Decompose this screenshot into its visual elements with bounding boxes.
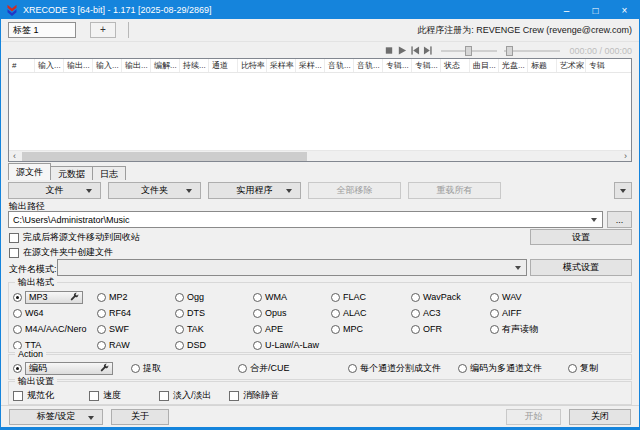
format-option-rf64[interactable]: RF64 bbox=[97, 305, 175, 321]
column-header-20[interactable]: 专辑 bbox=[586, 59, 631, 72]
seek-thumb[interactable] bbox=[465, 46, 472, 56]
add-tab-button[interactable]: + bbox=[90, 22, 116, 38]
column-header-18[interactable]: 标题 bbox=[528, 59, 557, 72]
output-path-combobox[interactable]: C:\Users\Administrator\Music bbox=[8, 211, 603, 228]
format-option-ac3[interactable]: AC3 bbox=[411, 305, 490, 321]
setting-label: 淡入/淡出 bbox=[173, 389, 212, 402]
browse-button[interactable]: ... bbox=[607, 211, 632, 228]
create-in-source-checkbox[interactable]: 在源文件夹中创建文件 bbox=[9, 246, 113, 259]
maximize-button[interactable]: □ bbox=[581, 1, 610, 19]
format-option-u-law-a-law[interactable]: U-Law/A-Law bbox=[253, 337, 331, 353]
skip-back-button[interactable] bbox=[408, 45, 421, 57]
action-option-合并-cue[interactable]: 合并/CUE bbox=[238, 362, 348, 375]
action-group: Action 编码提取合并/CUE每个通道分割成文件编码为多通道文件复制 bbox=[8, 354, 632, 380]
format-option-ofr[interactable]: OFR bbox=[411, 321, 490, 337]
format-option-raw[interactable]: RAW bbox=[97, 337, 175, 353]
play-button[interactable] bbox=[395, 45, 408, 57]
close-button[interactable]: 关闭 bbox=[569, 409, 631, 425]
volume-thumb[interactable] bbox=[506, 46, 513, 56]
action-option-复制[interactable]: 复制 bbox=[568, 362, 598, 375]
scroll-left-icon[interactable]: ‹ bbox=[9, 151, 20, 161]
action-option-提取[interactable]: 提取 bbox=[131, 362, 238, 375]
horizontal-scrollbar[interactable]: ‹ › bbox=[9, 150, 631, 161]
setting-速度-checkbox[interactable]: 速度 bbox=[89, 389, 159, 402]
文件夹-button[interactable]: 文件夹 bbox=[108, 182, 201, 199]
format-option-ape[interactable]: APE bbox=[253, 321, 331, 337]
format-option-mp3[interactable]: MP3 bbox=[13, 289, 97, 305]
view-tab-日志[interactable]: 日志 bbox=[92, 166, 126, 180]
column-header-8[interactable]: 比特率 bbox=[238, 59, 267, 72]
column-header-6[interactable]: 持续... bbox=[180, 59, 209, 72]
format-option-mp2[interactable]: MP2 bbox=[97, 289, 175, 305]
setting-规范化-checkbox[interactable]: 规范化 bbox=[13, 389, 89, 402]
column-header-12[interactable]: 音轨... bbox=[354, 59, 383, 72]
scroll-right-icon[interactable]: › bbox=[620, 151, 631, 161]
format-option-alac[interactable]: ALAC bbox=[331, 305, 411, 321]
column-header-13[interactable]: 专辑... bbox=[383, 59, 412, 72]
scrollbar-thumb[interactable] bbox=[22, 152, 307, 161]
column-header-2[interactable]: 输出... bbox=[64, 59, 93, 72]
format-option-opus[interactable]: Opus bbox=[253, 305, 331, 321]
about-button[interactable]: 关于 bbox=[111, 409, 169, 425]
filename-pattern-combobox[interactable] bbox=[57, 259, 527, 276]
实用程序-button[interactable]: 实用程序 bbox=[208, 182, 301, 199]
format-option-swf[interactable]: SWF bbox=[97, 321, 175, 337]
column-header-5[interactable]: 编解... bbox=[151, 59, 180, 72]
setting-淡入-淡出-checkbox[interactable]: 淡入/淡出 bbox=[159, 389, 229, 402]
format-option-flac[interactable]: FLAC bbox=[331, 289, 411, 305]
move-to-recycle-checkbox[interactable]: 完成后将源文件移动到回收站 bbox=[9, 231, 140, 244]
format-option-label: AC3 bbox=[423, 308, 441, 318]
format-option-mpc[interactable]: MPC bbox=[331, 321, 411, 337]
close-window-button[interactable]: × bbox=[610, 1, 639, 19]
format-option-wav[interactable]: WAV bbox=[490, 289, 631, 305]
view-tab-源文件[interactable]: 源文件 bbox=[8, 163, 51, 180]
文件-button[interactable]: 文件 bbox=[8, 182, 101, 199]
format-option-dsd[interactable]: DSD bbox=[175, 337, 253, 353]
table-body[interactable] bbox=[9, 73, 631, 150]
column-header-14[interactable]: 专辑... bbox=[412, 59, 441, 72]
action-option-编码[interactable]: 编码 bbox=[13, 362, 131, 375]
column-header-0[interactable]: # bbox=[9, 59, 35, 72]
format-option-aiff[interactable]: AIFF bbox=[490, 305, 631, 321]
column-header-4[interactable]: 输出... bbox=[122, 59, 151, 72]
scrollbar-track[interactable] bbox=[20, 151, 620, 162]
column-header-10[interactable]: 采样... bbox=[296, 59, 325, 72]
column-header-11[interactable]: 音轨... bbox=[325, 59, 354, 72]
column-header-15[interactable]: 状态 bbox=[441, 59, 470, 72]
column-header-17[interactable]: 光盘... bbox=[499, 59, 528, 72]
skip-forward-button[interactable] bbox=[421, 45, 434, 57]
tags-settings-button[interactable]: 标签/设定 bbox=[9, 409, 103, 425]
seek-slider[interactable] bbox=[441, 45, 497, 57]
action-option-每个通道分割成文件[interactable]: 每个通道分割成文件 bbox=[348, 362, 458, 375]
column-header-16[interactable]: 曲目... bbox=[470, 59, 499, 72]
stop-button[interactable] bbox=[382, 45, 395, 57]
start-button[interactable]: 开始 bbox=[506, 409, 561, 425]
format-option-ogg[interactable]: Ogg bbox=[175, 289, 253, 305]
column-header-9[interactable]: 采样率 bbox=[267, 59, 296, 72]
column-header-1[interactable]: 输入... bbox=[35, 59, 64, 72]
format-option-wma[interactable]: WMA bbox=[253, 289, 331, 305]
wrench-icon[interactable] bbox=[70, 292, 79, 303]
setting-消除静音-checkbox[interactable]: 消除静音 bbox=[229, 389, 279, 402]
action-option-编码为多通道文件[interactable]: 编码为多通道文件 bbox=[458, 362, 568, 375]
session-tab[interactable]: 标签 1 bbox=[8, 22, 76, 38]
volume-slider[interactable] bbox=[504, 45, 560, 57]
format-option-dts[interactable]: DTS bbox=[175, 305, 253, 321]
format-option-wavpack[interactable]: WavPack bbox=[411, 289, 490, 305]
column-header-7[interactable]: 通道 bbox=[209, 59, 238, 72]
output-settings-button[interactable]: 设置 bbox=[530, 229, 632, 245]
pattern-settings-button[interactable]: 模式设置 bbox=[530, 259, 632, 276]
format-option-label: Opus bbox=[265, 308, 287, 318]
column-header-19[interactable]: 艺术家 bbox=[557, 59, 586, 72]
titlebar: XRECODE 3 [64-bit] - 1.171 [2025-08-29/2… bbox=[1, 1, 639, 19]
minimize-button[interactable]: – bbox=[552, 1, 581, 19]
wrench-icon[interactable] bbox=[100, 363, 109, 374]
more-options-button[interactable] bbox=[614, 182, 632, 199]
stop-icon bbox=[384, 45, 394, 56]
view-tab-元数据[interactable]: 元数据 bbox=[50, 166, 93, 180]
format-option-m4a-aac-nero[interactable]: M4A/AAC/Nero bbox=[13, 321, 97, 337]
format-option-tak[interactable]: TAK bbox=[175, 321, 253, 337]
format-option-有声读物[interactable]: 有声读物 bbox=[490, 321, 631, 337]
column-header-3[interactable]: 输入... bbox=[93, 59, 122, 72]
format-option-w64[interactable]: W64 bbox=[13, 305, 97, 321]
